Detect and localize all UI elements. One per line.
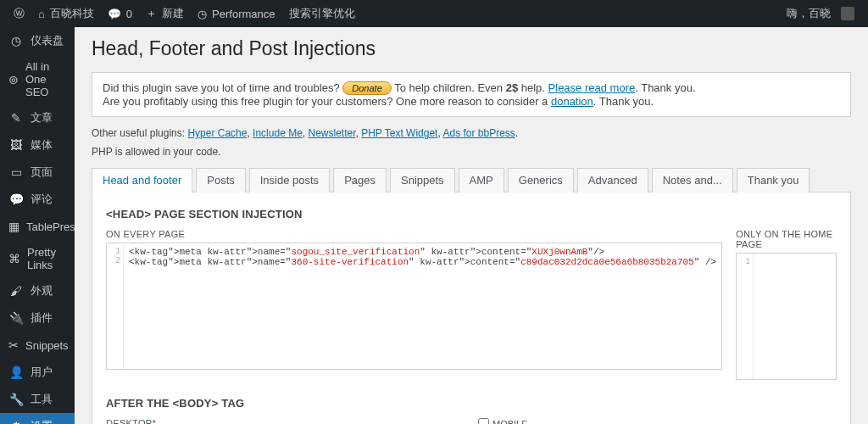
read-more-link[interactable]: Please read more	[548, 81, 636, 94]
code-editor-home-page[interactable]: 1	[736, 253, 837, 380]
plugin-link[interactable]: PHP Text Widget	[361, 127, 437, 139]
sidebar-item-用户[interactable]: 👤用户	[0, 359, 75, 386]
comments-link[interactable]: 💬0	[101, 0, 139, 27]
sidebar-item-All in One SEO[interactable]: ⊚All in One SEO	[0, 54, 75, 104]
field-label: MOBILE	[492, 419, 528, 425]
line-gutter: 12	[107, 243, 124, 369]
page-title: Head, Footer and Post Injections	[92, 37, 851, 60]
menu-icon: 🖼	[8, 137, 24, 153]
donation-notice: Did this plugin save you lot of time and…	[92, 72, 851, 117]
code-editor-every-page[interactable]: 12 <kw-tag">meta kw-attr">name="sogou_si…	[106, 243, 722, 370]
wp-logo[interactable]: ⓦ	[7, 0, 31, 27]
notice-text: . Thank you.	[635, 81, 695, 94]
sidebar-item-仪表盘[interactable]: ◷仪表盘	[0, 27, 75, 54]
section-heading: AFTER THE <BODY> TAG	[106, 397, 837, 410]
section-heading: <HEAD> PAGE SECTION INJECTION	[106, 208, 837, 220]
sidebar-item-评论[interactable]: 💬评论	[0, 186, 75, 213]
sidebar-item-媒体[interactable]: 🖼媒体	[0, 131, 75, 159]
tab-notes-and-[interactable]: Notes and...	[652, 168, 733, 192]
seo-label: 搜索引擎优化	[289, 6, 355, 21]
avatar-icon	[841, 7, 854, 20]
sidebar-item-工具[interactable]: 🔧工具	[0, 386, 75, 413]
menu-icon: 🖌	[8, 283, 24, 298]
menu-icon: ▦	[8, 219, 19, 234]
sidebar-item-外观[interactable]: 🖌外观	[0, 277, 75, 304]
menu-icon: ⊚	[8, 72, 19, 87]
tab-inside-posts[interactable]: Inside posts	[249, 168, 330, 192]
field-label: ON EVERY PAGE	[106, 229, 722, 239]
site-link[interactable]: ⌂百晓科技	[31, 0, 101, 27]
mobile-checkbox[interactable]	[478, 418, 489, 424]
notice-text: help.	[518, 81, 548, 94]
tab-head-and-footer[interactable]: Head and footer	[92, 168, 192, 192]
sidebar-item-label: All in One SEO	[25, 60, 66, 98]
tab-amp[interactable]: AMP	[459, 168, 504, 192]
sidebar-item-文章[interactable]: ✎文章	[0, 104, 75, 131]
tab-bar: Head and footerPostsInside postsPagesSni…	[92, 168, 851, 192]
sidebar-item-label: Snippets	[25, 339, 69, 352]
perf-label: Performance	[212, 8, 275, 20]
menu-icon: 🔧	[8, 392, 24, 407]
sidebar-item-label: 媒体	[31, 137, 53, 153]
seo-link[interactable]: 搜索引擎优化	[282, 0, 362, 27]
sidebar-item-Snippets[interactable]: ✂Snippets	[0, 332, 75, 359]
new-label: 新建	[162, 6, 184, 21]
sidebar-item-label: 用户	[31, 365, 53, 380]
site-name: 百晓科技	[50, 6, 94, 21]
sidebar-item-label: 设置	[31, 419, 53, 424]
field-label: DESKTOP*	[106, 418, 465, 424]
donation-link[interactable]: donation	[551, 95, 593, 108]
sidebar-item-label: TablePress	[26, 220, 75, 233]
menu-icon: 🔌	[8, 310, 24, 326]
tab-snippets[interactable]: Snippets	[390, 168, 455, 192]
greeting: 嗨，百晓	[787, 6, 831, 21]
plugin-link[interactable]: Hyper Cache	[187, 127, 247, 139]
sidebar-item-Pretty Links[interactable]: ⌘Pretty Links	[0, 240, 75, 277]
sidebar-item-label: 插件	[31, 310, 53, 326]
notice-text: To help children. Even	[394, 81, 506, 94]
donate-button[interactable]: Donate	[342, 81, 391, 95]
menu-icon: ◷	[8, 33, 24, 48]
sidebar-item-插件[interactable]: 🔌插件	[0, 304, 75, 332]
notice-bold: 2$	[506, 81, 518, 94]
sidebar-item-设置[interactable]: ⚙设置	[0, 413, 75, 424]
menu-icon: ⌘	[8, 251, 20, 266]
sidebar-item-label: 文章	[31, 110, 53, 126]
home-icon: ⌂	[38, 8, 45, 20]
sidebar-item-label: 页面	[31, 165, 53, 180]
tab-posts[interactable]: Posts	[196, 168, 246, 192]
other-plugins: Other useful plugins: Hyper Cache, Inclu…	[92, 127, 851, 139]
other-label: Other useful plugins:	[92, 127, 187, 139]
menu-icon: ✂	[8, 338, 19, 353]
sidebar-item-label: 评论	[31, 192, 53, 207]
menu-icon: ⚙	[8, 419, 24, 424]
php-note: PHP is allowed in your code.	[92, 146, 851, 158]
notice-text: . Thank you.	[593, 95, 654, 108]
comments-count: 0	[126, 8, 132, 20]
admin-sidebar: ◷仪表盘⊚All in One SEO✎文章🖼媒体▭页面💬评论▦TablePre…	[0, 27, 75, 424]
menu-icon: 💬	[8, 192, 24, 207]
menu-icon: ▭	[8, 165, 24, 180]
plus-icon: ＋	[146, 6, 157, 21]
sidebar-item-页面[interactable]: ▭页面	[0, 159, 75, 186]
tab-pages[interactable]: Pages	[333, 168, 387, 192]
tab-panel: <HEAD> PAGE SECTION INJECTION ON EVERY P…	[92, 192, 851, 424]
new-content[interactable]: ＋新建	[139, 0, 191, 27]
main-content: Head, Footer and Post Injections Did thi…	[75, 27, 868, 424]
menu-icon: 👤	[8, 365, 24, 380]
performance-link[interactable]: ◷Performance	[191, 0, 281, 27]
plugin-link[interactable]: Newsletter	[308, 127, 355, 139]
sidebar-item-label: 外观	[31, 283, 53, 298]
user-menu[interactable]: 嗨，百晓	[780, 0, 861, 27]
tab-generics[interactable]: Generics	[508, 168, 574, 192]
wordpress-icon: ⓦ	[14, 6, 25, 21]
plugin-link[interactable]: Ads for bbPress	[442, 127, 515, 139]
tab-thank-you[interactable]: Thank you	[737, 168, 810, 192]
tab-advanced[interactable]: Advanced	[577, 168, 648, 192]
line-gutter: 1	[737, 254, 754, 379]
plugin-link[interactable]: Include Me	[253, 127, 303, 139]
sidebar-item-label: Pretty Links	[27, 246, 66, 271]
field-label: ONLY ON THE HOME PAGE	[736, 229, 837, 249]
sidebar-item-TablePress[interactable]: ▦TablePress	[0, 213, 75, 240]
menu-icon: ✎	[8, 110, 24, 126]
